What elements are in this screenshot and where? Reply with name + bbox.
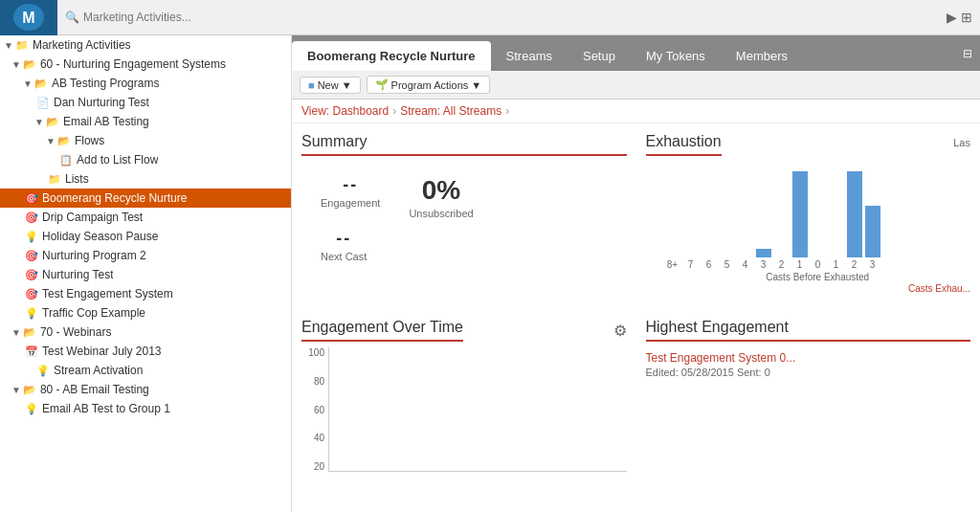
summary-title: Summary bbox=[301, 133, 627, 156]
tree-item-drip-campaign[interactable]: 🎯Drip Campaign Test bbox=[0, 208, 291, 227]
tree-item-holiday-season[interactable]: 💡Holiday Season Pause bbox=[0, 227, 291, 246]
new-button[interactable]: ■ New ▼ bbox=[300, 77, 361, 94]
engagement-chart-wrapper: 10080604020 bbox=[301, 347, 627, 472]
tree-label-nurturing-program-2: Nurturing Program 2 bbox=[42, 249, 146, 262]
next-cast-value: -- bbox=[336, 229, 351, 249]
nav-icon-2[interactable]: ⊞ bbox=[961, 10, 972, 25]
tree-label-test-webinar: Test Webinar July 2013 bbox=[42, 345, 162, 358]
breadcrumb-sep-2: › bbox=[505, 104, 509, 118]
tree-icon-email-ab-testing: 📂 bbox=[46, 116, 59, 128]
tab-setup[interactable]: Setup bbox=[568, 41, 631, 71]
tab-my-tokens[interactable]: My Tokens bbox=[631, 41, 721, 71]
tree-item-80-ab-email[interactable]: ▼📂80 - AB Email Testing bbox=[0, 380, 291, 399]
summary-section: Summary -- Engagement 0% Unsubscribed bbox=[301, 133, 627, 294]
tree-label-lists: Lists bbox=[65, 172, 89, 186]
exhaustion-chart-container: 8+76543210123 Casts Before Exhausted Cas… bbox=[646, 162, 971, 294]
tree-icon-lists: 📁 bbox=[48, 173, 61, 186]
header-actions: ▶ ⊞ bbox=[947, 10, 980, 25]
tree-item-ab-testing[interactable]: ▼📂AB Testing Programs bbox=[0, 74, 291, 93]
nav-icon[interactable]: ▶ bbox=[947, 10, 957, 25]
search-input[interactable] bbox=[83, 11, 939, 24]
window-minimize-btn[interactable]: ⊟ bbox=[955, 43, 980, 64]
exhaustion-x-label-0: 8+ bbox=[665, 259, 680, 270]
gear-button[interactable]: ⚙ bbox=[613, 322, 627, 340]
header: M 🔍 ▶ ⊞ bbox=[0, 0, 980, 35]
marketo-logo-icon: M bbox=[11, 2, 46, 33]
tree-icon-test-engagement: 🎯 bbox=[25, 288, 38, 301]
tree-icon-ab-testing: 📂 bbox=[34, 78, 48, 90]
tree-icon-nurturing-test: 🎯 bbox=[25, 269, 38, 281]
exhaustion-x-label-7: 1 bbox=[792, 259, 808, 270]
tree-item-stream-activation[interactable]: 💡Stream Activation bbox=[0, 361, 291, 380]
tree-label-flows: Flows bbox=[75, 134, 104, 147]
summary-content: -- Engagement 0% Unsubscribed bbox=[301, 166, 627, 229]
tree-label-add-to-list-flow: Add to List Flow bbox=[77, 153, 158, 167]
exhaustion-x-labels: 8+76543210123 bbox=[646, 259, 971, 270]
tree-item-nurturing-program-2[interactable]: 🎯Nurturing Program 2 bbox=[0, 246, 291, 265]
exhaustion-x-label-11: 3 bbox=[865, 259, 880, 270]
tree-item-add-to-list-flow[interactable]: 📋Add to List Flow bbox=[0, 150, 291, 169]
exhaustion-casts-label: Casts Exhau... bbox=[646, 283, 971, 294]
toolbar: ■ New ▼ 🌱 Program Actions ▼ bbox=[292, 71, 980, 100]
search-icon: 🔍 bbox=[65, 11, 79, 24]
tree-label-stream-activation: Stream Activation bbox=[54, 364, 143, 377]
engagement-label: Engagement bbox=[321, 197, 380, 209]
tree-icon-holiday-season: 💡 bbox=[25, 231, 38, 243]
program-actions-label: Program Actions bbox=[391, 79, 469, 91]
highest-engagement-section: Highest Engagement Test Engagement Syste… bbox=[646, 319, 971, 472]
next-cast-stat: -- Next Cast bbox=[321, 229, 367, 262]
tree-label-60-nurturing: 60 - Nurturing Engagement Systems bbox=[40, 57, 226, 71]
tree-label-drip-campaign: Drip Campaign Test bbox=[42, 211, 143, 224]
dashboard: Summary -- Engagement 0% Unsubscribed bbox=[292, 123, 980, 512]
tree-icon-add-to-list-flow: 📋 bbox=[59, 154, 73, 167]
highest-engagement-link[interactable]: Test Engagement System 0... bbox=[646, 351, 796, 365]
breadcrumb-view-link[interactable]: View: Dashboard bbox=[301, 104, 389, 118]
tree-label-test-engagement: Test Engagement System bbox=[42, 287, 173, 301]
tree-item-60-nurturing[interactable]: ▼📂60 - Nurturing Engagement Systems bbox=[0, 55, 291, 74]
engagement-y-label-4: 20 bbox=[301, 461, 324, 472]
unsubscribed-value: 0% bbox=[422, 175, 460, 206]
tree-icon-stream-activation: 💡 bbox=[36, 365, 50, 377]
exhaustion-section: Exhaustion Las 8+76543210123 Casts Befor… bbox=[646, 133, 971, 294]
tree-label-dan-nurturing: Dan Nurturing Test bbox=[54, 96, 149, 109]
unsubscribed-stat: 0% Unsubscribed bbox=[409, 175, 473, 219]
new-label: New bbox=[318, 79, 339, 91]
tree-item-boomerang-recycle[interactable]: 🎯Boomerang Recycle Nurture bbox=[0, 189, 291, 208]
tree-icon-marketing-root: 📁 bbox=[15, 39, 29, 52]
svg-text:M: M bbox=[22, 10, 34, 26]
exhaustion-x-label-1: 7 bbox=[683, 259, 699, 270]
exhaustion-x-label-10: 2 bbox=[847, 259, 862, 270]
tree-item-lists[interactable]: 📁Lists bbox=[0, 169, 291, 189]
search-bar[interactable]: 🔍 bbox=[57, 11, 947, 24]
tree-icon-60-nurturing: 📂 bbox=[23, 58, 36, 71]
tree-item-traffic-cop[interactable]: 💡Traffic Cop Example bbox=[0, 303, 291, 323]
new-dropdown-icon: ▼ bbox=[342, 79, 352, 91]
breadcrumb-stream-link[interactable]: Stream: All Streams bbox=[400, 104, 501, 118]
tree-item-flows[interactable]: ▼📂Flows bbox=[0, 131, 291, 150]
engagement-value: -- bbox=[343, 175, 358, 195]
engagement-line-chart bbox=[328, 347, 627, 472]
tree-item-email-ab-testing[interactable]: ▼📂Email AB Testing bbox=[0, 112, 291, 131]
tree-item-dan-nurturing[interactable]: 📄Dan Nurturing Test bbox=[0, 93, 291, 112]
expand-icon-60-nurturing: ▼ bbox=[11, 59, 21, 70]
tab-boomerang[interactable]: Boomerang Recycle Nurture bbox=[292, 41, 491, 71]
tree-icon-test-webinar: 📅 bbox=[25, 345, 38, 358]
tree-item-email-ab-test-group[interactable]: 💡Email AB Test to Group 1 bbox=[0, 399, 291, 418]
exhaustion-x-label-8: 0 bbox=[811, 259, 826, 270]
tree-label-marketing-root: Marketing Activities bbox=[33, 38, 131, 52]
program-actions-button[interactable]: 🌱 Program Actions ▼ bbox=[367, 76, 491, 94]
engagement-y-axis: 10080604020 bbox=[301, 347, 328, 472]
summary-next-cast: -- Next Cast bbox=[301, 229, 627, 272]
tab-streams[interactable]: Streams bbox=[491, 41, 568, 71]
expand-icon-flows: ▼ bbox=[46, 136, 56, 146]
tree-item-70-webinars[interactable]: ▼📂70 - Webinars bbox=[0, 323, 291, 342]
tree-item-test-engagement[interactable]: 🎯Test Engagement System bbox=[0, 284, 291, 303]
tab-members[interactable]: Members bbox=[721, 41, 803, 71]
tree-item-nurturing-test[interactable]: 🎯Nurturing Test bbox=[0, 265, 291, 284]
highest-engagement-detail: Edited: 05/28/2015 Sent: 0 bbox=[646, 367, 971, 378]
tree-label-80-ab-email: 80 - AB Email Testing bbox=[40, 383, 149, 396]
tab-bar: Boomerang Recycle Nurture Streams Setup … bbox=[292, 35, 980, 71]
dashboard-grid: Summary -- Engagement 0% Unsubscribed bbox=[301, 133, 970, 487]
tree-item-test-webinar[interactable]: 📅Test Webinar July 2013 bbox=[0, 342, 291, 361]
tree-item-marketing-root[interactable]: ▼📁Marketing Activities bbox=[0, 35, 291, 55]
